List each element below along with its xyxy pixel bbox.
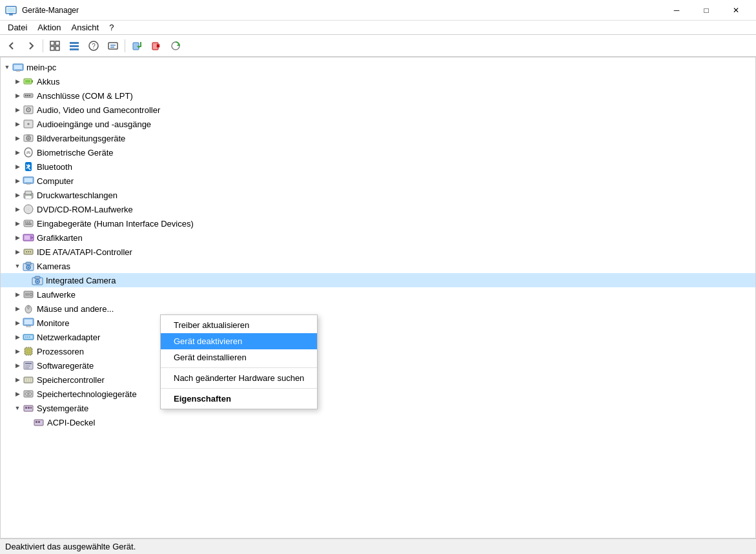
svg-rect-33 (29, 95, 30, 96)
tree-item-dvd[interactable]: ▶ DVD/CD-ROM-Laufwerke (1, 202, 755, 216)
mäuse-expander[interactable]: ▶ (12, 303, 23, 314)
svg-rect-7 (50, 46, 54, 50)
ide-expander[interactable]: ▶ (12, 247, 23, 257)
svg-text:?: ? (92, 43, 96, 50)
tree-item-kameras[interactable]: ▼ Kameras (1, 259, 755, 273)
tree-item-bluetooth[interactable]: ▶ Bluetooth (1, 159, 755, 174)
tree-item-bildver[interactable]: ▶ Bildverarbeitungsgeräte (1, 131, 755, 145)
tree-item-prozess[interactable]: ▶ Prozes (1, 344, 755, 358)
bluetooth-expander[interactable]: ▶ (12, 161, 23, 172)
grafik-expander[interactable]: ▶ (12, 232, 23, 243)
tree-item-druck[interactable]: ▶ Druckwarteschlangen (1, 188, 755, 202)
tree-item-grafik[interactable]: ▶ Grafikkarten (1, 231, 755, 245)
svg-rect-31 (25, 95, 26, 96)
eingabe-icon (23, 218, 34, 229)
netzwerk-label: Netzwerkadapter (37, 333, 100, 342)
menu-ansicht[interactable]: Ansicht (66, 21, 105, 34)
context-menu-update[interactable]: Treiber aktualisieren (161, 317, 317, 333)
biomet-expander[interactable]: ▶ (12, 147, 23, 158)
context-menu-disable[interactable]: Gerät deaktivieren (161, 333, 317, 349)
intcam-icon (32, 274, 43, 286)
window-controls: ─ □ ✕ (662, 0, 751, 21)
tree-item-netzwerk[interactable]: ▶ Netzwerkadapter (1, 330, 755, 344)
monitore-expander[interactable]: ▶ (12, 318, 23, 328)
tree-item-audioein[interactable]: ▶ Audioeingänge und -ausgänge (1, 117, 755, 131)
minimize-button[interactable]: ─ (662, 0, 691, 21)
close-button[interactable]: ✕ (721, 0, 751, 21)
biomet-label: Biometrische Geräte (37, 148, 114, 158)
scan-hardware-button[interactable] (167, 37, 185, 54)
audioein-expander[interactable]: ▶ (12, 119, 23, 129)
netzwerk-expander[interactable]: ▶ (12, 332, 23, 342)
speicherc-icon (23, 374, 34, 385)
svg-rect-121 (25, 407, 27, 409)
show-resources-button[interactable] (65, 37, 83, 54)
system-expander[interactable]: ▼ (12, 403, 23, 413)
menu-help[interactable]: ? (104, 21, 119, 34)
forward-button[interactable] (22, 37, 40, 54)
context-menu-properties[interactable]: Eigenschaften (161, 391, 317, 407)
properties-button[interactable] (104, 37, 122, 54)
akkus-expander[interactable]: ▶ (12, 76, 23, 87)
prozess-expander[interactable]: ▶ (12, 346, 23, 356)
tree-item-monitore[interactable]: ▶ Monitore (1, 316, 755, 330)
svg-point-51 (30, 194, 32, 196)
back-button[interactable] (3, 37, 21, 54)
prozess-label: Prozessoren (37, 347, 84, 356)
tree-item-anschlüsse[interactable]: ▶ Anschlüsse (COM & LPT) (1, 88, 755, 103)
tree-item-acpi[interactable]: ▶ ACPI-Deckel (1, 415, 755, 429)
computer-expander[interactable]: ▶ (12, 176, 23, 186)
show-tree-button[interactable] (46, 37, 64, 54)
help-button[interactable]: ? (85, 37, 103, 54)
svg-rect-29 (25, 80, 30, 83)
svg-rect-75 (35, 276, 40, 279)
software-label: Softwaregeräte (37, 361, 94, 371)
svg-rect-41 (26, 134, 30, 136)
tree-item-mäuse[interactable]: ▶ Mäuse und andere... (1, 302, 755, 316)
tree-item-audio[interactable]: ▶ Audio, Video und Gamecontroller (1, 103, 755, 117)
svg-rect-50 (25, 196, 32, 199)
tree-item-eingabe[interactable]: ▶ Eingabegeräte (Human Interface Devices… (1, 216, 755, 231)
speicherc-expander[interactable]: ▶ (12, 374, 23, 385)
anschlüsse-expander[interactable]: ▶ (12, 90, 23, 101)
bildver-expander[interactable]: ▶ (12, 133, 23, 143)
audio-icon (23, 104, 34, 116)
biomet-icon (23, 147, 34, 158)
laufwerke-expander[interactable]: ▶ (12, 289, 23, 300)
monitore-label: Monitore (37, 318, 70, 328)
tree-item-system[interactable]: ▼ Systemgeräte (1, 401, 755, 415)
svg-rect-58 (29, 221, 30, 223)
audio-label: Audio, Video und Gamecontroller (37, 105, 160, 115)
speichert-expander[interactable]: ▶ (12, 389, 23, 399)
tree-item-ide[interactable]: ▶ IDE ATA/ATAPI-Controller (1, 245, 755, 259)
druck-expander[interactable]: ▶ (12, 190, 23, 200)
software-expander[interactable]: ▶ (12, 360, 23, 371)
context-menu-uninstall[interactable]: Gerät deinstallieren (161, 349, 317, 365)
root-expander[interactable]: ▼ (2, 62, 12, 72)
menu-datei[interactable]: Datei (3, 21, 32, 34)
update-driver-button[interactable] (128, 37, 146, 54)
svg-rect-26 (16, 70, 20, 72)
tree-root[interactable]: ▼ mein-pc (1, 60, 755, 74)
eingabe-expander[interactable]: ▶ (12, 218, 23, 229)
tree-item-intcam[interactable]: ▶ Integrated Camera (1, 273, 755, 287)
context-menu-scan[interactable]: Nach geänderter Hardware suchen (161, 370, 317, 386)
tree-item-biomet[interactable]: ▶ Biometrische Geräte (1, 145, 755, 159)
device-tree[interactable]: ▼ mein-pc ▶ Akkus (1, 57, 755, 538)
tree-item-akkus[interactable]: ▶ Akkus (1, 74, 755, 88)
svg-rect-122 (28, 407, 30, 409)
dvd-expander[interactable]: ▶ (12, 204, 23, 214)
menu-aktion[interactable]: Aktion (32, 21, 66, 34)
remove-device-button[interactable] (147, 37, 165, 54)
maximize-button[interactable]: □ (691, 0, 721, 21)
audio-expander[interactable]: ▶ (12, 105, 23, 115)
tree-item-speicherc[interactable]: ▶ Speichercontroller (1, 373, 755, 387)
tree-item-speichert[interactable]: ▶ Speichertechnologiegeräte (1, 387, 755, 401)
tree-item-laufwerke[interactable]: ▶ Laufwerke (1, 287, 755, 302)
kameras-expander[interactable]: ▼ (12, 261, 23, 271)
svg-rect-8 (56, 46, 59, 50)
tree-item-computer[interactable]: ▶ Computer (1, 174, 755, 188)
tree-item-software[interactable]: ▶ Softwaregeräte (1, 358, 755, 373)
bluetooth-label: Bluetooth (37, 162, 72, 172)
svg-rect-123 (30, 407, 32, 409)
